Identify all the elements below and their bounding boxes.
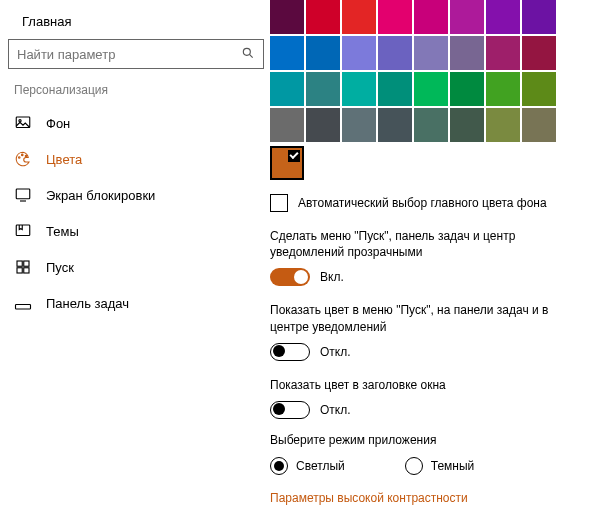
home-button[interactable]: Главная	[8, 8, 270, 39]
color-swatch[interactable]	[486, 72, 520, 106]
nav-label: Экран блокировки	[46, 188, 155, 203]
nav-icon	[14, 294, 32, 312]
color-swatch[interactable]	[378, 36, 412, 70]
auto-color-checkbox[interactable]	[270, 194, 288, 212]
nav-label: Пуск	[46, 260, 74, 275]
sidebar-item-5[interactable]: Панель задач	[8, 285, 270, 321]
show-color-label: Показать цвет в меню "Пуск", на панели з…	[270, 302, 590, 334]
nav-icon	[14, 150, 32, 168]
nav-icon	[14, 222, 32, 240]
transparency-state: Вкл.	[320, 270, 344, 284]
svg-rect-11	[17, 261, 22, 266]
color-swatch[interactable]	[270, 108, 304, 142]
search-field[interactable]	[17, 47, 241, 62]
search-icon	[241, 46, 255, 63]
app-mode-radios: СветлыйТемный	[270, 457, 590, 475]
app-mode-radio-1[interactable]: Темный	[405, 457, 475, 475]
svg-point-7	[25, 155, 27, 157]
svg-rect-13	[17, 268, 22, 273]
color-swatch[interactable]	[270, 36, 304, 70]
nav-label: Темы	[46, 224, 79, 239]
color-swatch[interactable]	[270, 0, 304, 34]
svg-rect-14	[24, 268, 29, 273]
color-swatch[interactable]	[378, 108, 412, 142]
color-grid	[270, 0, 590, 142]
color-swatch[interactable]	[342, 108, 376, 142]
color-swatch[interactable]	[342, 36, 376, 70]
title-color-label: Показать цвет в заголовке окна	[270, 377, 590, 393]
svg-rect-15	[16, 305, 31, 310]
color-swatch-selected[interactable]	[270, 146, 304, 180]
transparency-label: Сделать меню "Пуск", панель задач и цент…	[270, 228, 590, 260]
show-color-toggle[interactable]	[270, 343, 310, 361]
color-swatch[interactable]	[414, 36, 448, 70]
color-swatch[interactable]	[306, 0, 340, 34]
svg-rect-12	[24, 261, 29, 266]
auto-color-label: Автоматический выбор главного цвета фона	[298, 196, 547, 210]
nav-icon	[14, 114, 32, 132]
high-contrast-link[interactable]: Параметры высокой контрастности	[270, 491, 590, 505]
svg-point-5	[19, 157, 21, 159]
sidebar-item-1[interactable]: Цвета	[8, 141, 270, 177]
transparency-toggle[interactable]	[270, 268, 310, 286]
color-swatch[interactable]	[306, 36, 340, 70]
selected-color-row	[270, 146, 590, 180]
color-swatch[interactable]	[306, 108, 340, 142]
nav-label: Фон	[46, 116, 70, 131]
sidebar-item-4[interactable]: Пуск	[8, 249, 270, 285]
app-mode-label: Выберите режим приложения	[270, 433, 590, 447]
svg-line-2	[249, 54, 252, 57]
nav-list: ФонЦветаЭкран блокировкиТемыПускПанель з…	[8, 105, 270, 321]
nav-icon	[14, 258, 32, 276]
color-swatch[interactable]	[342, 0, 376, 34]
color-swatch[interactable]	[450, 108, 484, 142]
color-swatch[interactable]	[486, 36, 520, 70]
sidebar: Главная Персонализация ФонЦветаЭкран бло…	[0, 0, 270, 517]
svg-rect-10	[16, 225, 30, 236]
nav-label: Цвета	[46, 152, 82, 167]
svg-point-6	[22, 154, 24, 156]
color-swatch[interactable]	[414, 108, 448, 142]
home-label: Главная	[22, 14, 71, 29]
nav-label: Панель задач	[46, 296, 129, 311]
color-swatch[interactable]	[414, 72, 448, 106]
sidebar-item-3[interactable]: Темы	[8, 213, 270, 249]
color-swatch[interactable]	[486, 0, 520, 34]
color-swatch[interactable]	[342, 72, 376, 106]
sidebar-item-2[interactable]: Экран блокировки	[8, 177, 270, 213]
title-color-toggle[interactable]	[270, 401, 310, 419]
content-pane: Автоматический выбор главного цвета фона…	[270, 0, 600, 517]
color-swatch[interactable]	[270, 72, 304, 106]
color-swatch[interactable]	[486, 108, 520, 142]
radio-label: Темный	[431, 459, 475, 473]
color-swatch[interactable]	[306, 72, 340, 106]
color-swatch[interactable]	[450, 36, 484, 70]
color-swatch[interactable]	[522, 108, 556, 142]
color-swatch[interactable]	[522, 36, 556, 70]
show-color-state: Откл.	[320, 345, 351, 359]
color-swatch[interactable]	[522, 72, 556, 106]
color-swatch[interactable]	[450, 72, 484, 106]
search-input[interactable]	[8, 39, 264, 69]
sidebar-item-0[interactable]: Фон	[8, 105, 270, 141]
color-swatch[interactable]	[414, 0, 448, 34]
radio-icon	[405, 457, 423, 475]
nav-icon	[14, 186, 32, 204]
color-swatch[interactable]	[378, 72, 412, 106]
color-swatch[interactable]	[378, 0, 412, 34]
section-header: Персонализация	[14, 83, 270, 97]
title-color-state: Откл.	[320, 403, 351, 417]
color-swatch[interactable]	[450, 0, 484, 34]
auto-color-checkbox-row: Автоматический выбор главного цвета фона	[270, 194, 590, 212]
svg-point-1	[243, 48, 250, 55]
app-mode-radio-0[interactable]: Светлый	[270, 457, 345, 475]
color-swatch[interactable]	[522, 0, 556, 34]
radio-label: Светлый	[296, 459, 345, 473]
svg-rect-8	[16, 189, 30, 199]
radio-icon	[270, 457, 288, 475]
